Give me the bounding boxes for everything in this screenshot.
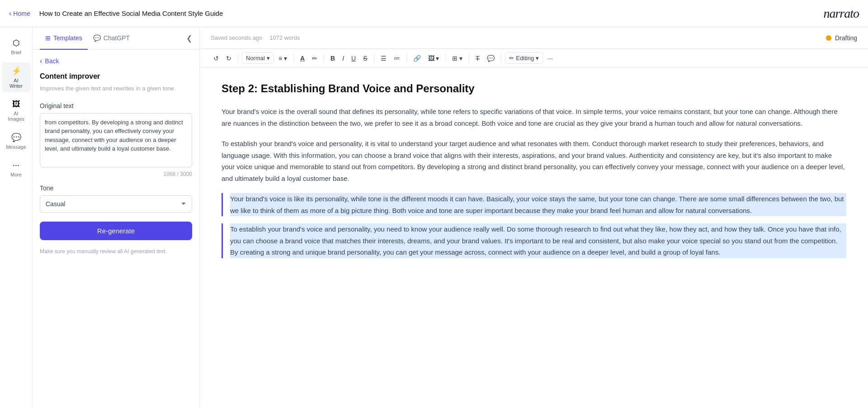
templates-icon: ⊞ — [45, 34, 51, 42]
editing-mode-select[interactable]: ✏ Editing ▾ — [505, 52, 543, 64]
more-options-button[interactable]: ··· — [545, 53, 556, 64]
sidebar-item-ai-writer[interactable]: ⚡ AI Writer — [2, 62, 31, 92]
clear-format-button[interactable]: T̶ — [473, 53, 482, 64]
italic-button[interactable]: I — [340, 53, 347, 64]
tone-label: Tone — [40, 185, 192, 192]
selected-paragraph-1: Your brand's voice is like its personali… — [230, 193, 846, 216]
toolbar: ↺ ↻ Normal ▾ ≡ ▾ A ✏ B I U S ☰ ≔ 🔗 🖼 ▾ ⊞… — [200, 49, 868, 68]
bullet-list-button[interactable]: ☰ — [378, 53, 389, 64]
toolbar-divider-1 — [238, 54, 238, 63]
format-select[interactable]: Normal ▾ — [242, 52, 274, 64]
document-title: How to Create an Effective Social Media … — [39, 9, 824, 17]
drafting-label: Drafting — [835, 34, 857, 42]
content-improver-description: Improves the given text and rewrites in … — [40, 84, 192, 93]
collapse-button[interactable]: ❮ — [186, 34, 192, 43]
sidebar-item-brief[interactable]: ⬡ Brief — [2, 34, 31, 59]
narrato-logo: narrato — [823, 6, 859, 21]
sidebar-content: Back Content improver Improves the given… — [33, 50, 199, 407]
message-icon: 💬 — [11, 133, 21, 142]
tab-chatgpt[interactable]: 💬 ChatGPT — [88, 27, 135, 50]
toolbar-divider-6 — [445, 54, 446, 63]
editor-area: Saved seconds ago 1072 words Drafting ↺ … — [200, 27, 868, 407]
format-value: Normal — [246, 55, 265, 62]
pencil-icon: ✏ — [509, 55, 514, 62]
saved-info: Saved seconds ago — [211, 34, 262, 41]
format-chevron-icon: ▾ — [267, 55, 270, 62]
toolbar-divider-7 — [469, 54, 469, 63]
icon-sidebar: ⬡ Brief ⚡ AI Writer 🖼 AI Images 💬 Messag… — [0, 27, 33, 407]
selected-text-block: Your brand's voice is like its personali… — [222, 193, 846, 216]
ordered-list-button[interactable]: ≔ — [391, 53, 403, 64]
back-button[interactable]: Back — [40, 57, 192, 65]
toolbar-divider-2 — [293, 54, 294, 63]
drafting-badge: Drafting — [826, 34, 857, 42]
undo-button[interactable]: ↺ — [211, 53, 222, 64]
brief-icon: ⬡ — [13, 38, 20, 48]
more-label: More — [10, 172, 22, 177]
message-label: Message — [6, 144, 26, 150]
templates-label: Templates — [53, 34, 82, 42]
redo-button[interactable]: ↻ — [223, 53, 234, 64]
brief-label: Brief — [11, 50, 21, 55]
chatgpt-label: ChatGPT — [104, 34, 130, 42]
topbar: Home How to Create an Effective Social M… — [0, 0, 868, 27]
paragraph-1: Your brand's voice is the overall sound … — [222, 106, 846, 129]
sidebar-tabs: ⊞ Templates 💬 ChatGPT ❮ — [33, 27, 199, 50]
regenerate-button[interactable]: Re-generate — [40, 222, 192, 240]
ai-writer-icon: ⚡ — [11, 66, 21, 76]
ai-images-label: AI Images — [7, 111, 25, 122]
chatgpt-icon: 💬 — [93, 34, 101, 42]
link-button[interactable]: 🔗 — [410, 53, 424, 64]
bold-button[interactable]: B — [328, 53, 338, 64]
table-button[interactable]: ⊞ ▾ — [449, 53, 465, 64]
align-button[interactable]: ≡ ▾ — [276, 53, 290, 64]
editing-mode-label: Editing — [516, 55, 534, 62]
ai-note: Make sure you manually review all AI gen… — [40, 247, 192, 256]
tone-select[interactable]: Casual Formal Friendly Professional Witt… — [40, 195, 192, 213]
editor-content[interactable]: Step 2: Establishing Brand Voice and Per… — [200, 68, 868, 407]
selected-paragraph-2: To establish your brand's voice and pers… — [230, 223, 846, 258]
more-icon: ··· — [13, 161, 19, 170]
sidebar-item-message[interactable]: 💬 Message — [2, 129, 31, 153]
content-improver-title: Content improver — [40, 72, 192, 80]
highlight-button[interactable]: ✏ — [309, 53, 320, 64]
editor-header: Saved seconds ago 1072 words Drafting — [200, 27, 868, 49]
content-sidebar: ⊞ Templates 💬 ChatGPT ❮ Back Content imp… — [33, 27, 200, 407]
ai-writer-label: AI Writer — [7, 78, 25, 89]
paragraph-2: To establish your brand's voice and pers… — [222, 138, 846, 184]
tab-templates[interactable]: ⊞ Templates — [40, 27, 88, 50]
toolbar-divider-3 — [324, 54, 324, 63]
sidebar-item-ai-images[interactable]: 🖼 AI Images — [2, 96, 31, 125]
image-button[interactable]: 🖼 ▾ — [425, 53, 442, 64]
text-color-button[interactable]: A — [297, 53, 307, 64]
main-layout: ⬡ Brief ⚡ AI Writer 🖼 AI Images 💬 Messag… — [0, 27, 868, 407]
original-text-label: Original text — [40, 102, 192, 109]
toolbar-divider-8 — [501, 54, 501, 63]
editing-chevron-icon: ▾ — [536, 55, 539, 62]
ai-images-icon: 🖼 — [12, 99, 20, 109]
word-count: 1072 words — [269, 34, 300, 41]
strikethrough-button[interactable]: S — [360, 53, 370, 64]
toolbar-divider-4 — [374, 54, 374, 63]
document-heading: Step 2: Establishing Brand Voice and Per… — [222, 82, 846, 95]
original-text-input[interactable] — [40, 113, 192, 167]
home-link[interactable]: Home — [9, 9, 30, 18]
underline-button[interactable]: U — [349, 53, 359, 64]
comment-button[interactable]: 💬 — [484, 53, 497, 64]
sidebar-item-more[interactable]: ··· More — [2, 157, 31, 181]
char-count: 1068 / 3000 — [40, 171, 192, 177]
selected-text-block-2: To establish your brand's voice and pers… — [222, 223, 846, 258]
drafting-dot — [826, 35, 831, 41]
toolbar-divider-5 — [406, 54, 407, 63]
